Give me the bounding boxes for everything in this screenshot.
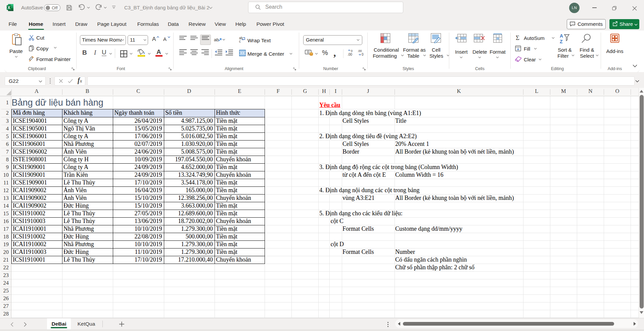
svg-text:0: 0 xyxy=(362,53,364,56)
svg-text:Z: Z xyxy=(560,39,563,44)
svg-text:0: 0 xyxy=(351,49,353,53)
svg-text:c: c xyxy=(239,40,241,43)
svg-text:A: A xyxy=(152,36,156,42)
svg-text:.00: .00 xyxy=(348,53,352,56)
svg-text:A: A xyxy=(163,36,167,42)
svg-text:X: X xyxy=(7,5,10,10)
svg-text:ab: ab xyxy=(214,37,219,42)
svg-text:.00: .00 xyxy=(358,49,362,53)
svg-text:A: A xyxy=(560,33,563,39)
